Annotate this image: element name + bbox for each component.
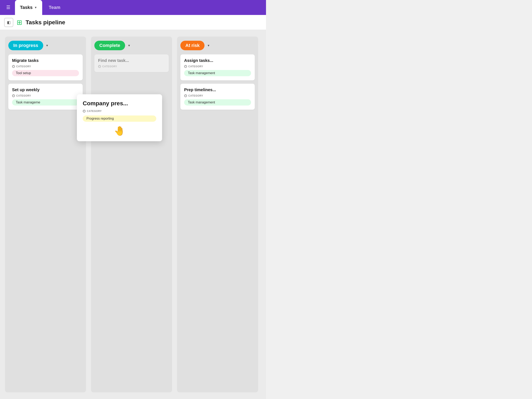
card-tag: Tool setup: [12, 70, 79, 76]
card-assign-tasks[interactable]: Assign tasks... ◉ CATEGORY Task manageme…: [180, 54, 255, 80]
column-in-progress: In progress ▼ Migrate tasks ◉ CATEGORY T…: [5, 37, 86, 392]
card-category: ◉ CATEGORY: [12, 94, 79, 97]
popup-card[interactable]: Company pres... ◉ CATEGORY Progress repo…: [77, 94, 162, 141]
drag-cursor-icon: 🤚: [83, 125, 156, 136]
header: ☰ Tasks ▼ Team: [0, 0, 266, 15]
col-label-complete[interactable]: Complete: [94, 41, 125, 50]
tab-tasks[interactable]: Tasks ▼: [15, 0, 42, 15]
card-tag: Task manageme: [12, 99, 79, 106]
card-category: ◉ CATEGORY: [184, 94, 251, 97]
tab-team[interactable]: Team: [42, 0, 67, 15]
col-header-at-risk: At risk ▼: [180, 41, 255, 50]
col-chevron-at-risk[interactable]: ▼: [207, 44, 210, 47]
card-migrate-tasks[interactable]: Migrate tasks ◉ CATEGORY Tool setup: [8, 54, 83, 80]
column-at-risk: At risk ▼ Assign tasks... ◉ CATEGORY Tas…: [177, 37, 258, 392]
sidebar-toggle-icon: ◧: [7, 20, 11, 25]
card-tag: Task management: [184, 99, 251, 106]
category-icon: ◉: [184, 65, 187, 68]
col-header-in-progress: In progress ▼: [8, 41, 83, 50]
category-icon: ◉: [184, 94, 187, 97]
tab-team-label: Team: [49, 5, 60, 10]
card-category: ◉ CATEGORY: [184, 65, 251, 68]
card-title: Set up weekly: [12, 87, 79, 92]
col-chevron-complete[interactable]: ▼: [128, 44, 131, 47]
column-complete: Complete ▼ Find new task... ◉ CATEGORY: [91, 37, 172, 392]
card-tag: Task management: [184, 70, 251, 76]
board: In progress ▼ Migrate tasks ◉ CATEGORY T…: [0, 30, 266, 399]
card-title: Assign tasks...: [184, 58, 251, 63]
col-chevron-in-progress[interactable]: ▼: [46, 44, 49, 47]
col-label-at-risk[interactable]: At risk: [180, 41, 204, 50]
category-icon: ◉: [98, 65, 101, 68]
popup-card-category: ◉ CATEGORY: [83, 110, 156, 112]
card-category: ◉ CATEGORY: [12, 65, 79, 68]
card-title: Migrate tasks: [12, 58, 79, 63]
hamburger-button[interactable]: ☰: [3, 0, 13, 15]
category-icon: ◉: [12, 94, 15, 97]
tab-tasks-label: Tasks: [20, 5, 33, 10]
col-header-complete: Complete ▼: [94, 41, 169, 50]
popup-card-title: Company pres...: [83, 100, 156, 107]
tab-tasks-chevron: ▼: [34, 6, 37, 9]
card-prep-timelines[interactable]: Prep timelines... ◉ CATEGORY Task manage…: [180, 84, 255, 110]
card-category: ◉ CATEGORY: [98, 65, 165, 68]
pipeline-icon: ⊞: [17, 19, 22, 26]
card-title: Find new task...: [98, 58, 165, 63]
col-label-in-progress[interactable]: In progress: [8, 41, 43, 50]
category-icon: ◉: [83, 110, 86, 112]
card-title: Prep timelines...: [184, 87, 251, 92]
card-set-up-weekly[interactable]: Set up weekly ◉ CATEGORY Task manageme: [8, 84, 83, 110]
card-find-new-task[interactable]: Find new task... ◉ CATEGORY: [94, 54, 169, 72]
subheader: ◧ ⊞ Tasks pipeline: [0, 15, 266, 30]
hamburger-icon: ☰: [6, 5, 10, 10]
popup-card-tag: Progress reporting: [83, 115, 156, 122]
pipeline-title: Tasks pipeline: [25, 19, 65, 26]
sidebar-toggle-button[interactable]: ◧: [4, 18, 13, 27]
category-icon: ◉: [12, 65, 15, 68]
